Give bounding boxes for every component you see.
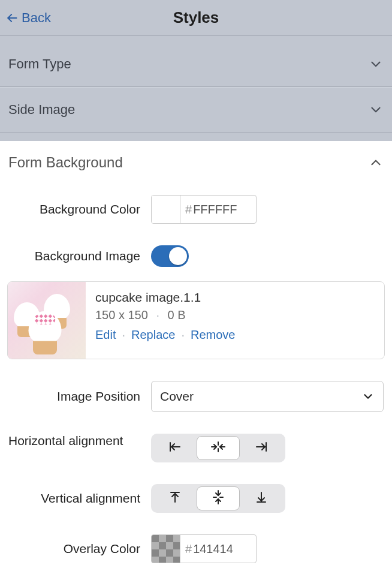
align-middle-button[interactable] [197, 486, 240, 510]
arrow-left-icon [6, 12, 18, 24]
row-horizontal-alignment: Horizontal alignment [0, 426, 392, 477]
panel-header: Back Styles [0, 0, 392, 36]
back-label: Back [22, 10, 51, 26]
section-label: Form Background [8, 154, 123, 171]
overlay-color-input[interactable]: #141414 [151, 534, 257, 563]
chevron-up-icon [368, 155, 384, 170]
back-button[interactable]: Back [6, 10, 51, 26]
row-image-position: Image Position Cover [0, 374, 392, 426]
label-overlay-color: Overlay Color [8, 542, 140, 556]
label-image-position: Image Position [8, 389, 140, 404]
replace-link[interactable]: Replace [131, 328, 175, 342]
align-left-button[interactable] [153, 436, 197, 460]
row-vertical-alignment: Vertical alignment [0, 477, 392, 527]
image-position-select[interactable]: Cover [151, 381, 384, 412]
section-form-background[interactable]: Form Background [0, 141, 392, 188]
row-background-color: Background Color #FFFFFF [0, 188, 392, 238]
align-top-icon [169, 490, 181, 507]
spacer [0, 36, 392, 42]
align-bottom-icon [255, 490, 267, 507]
chevron-down-icon [361, 390, 375, 403]
vertical-align-segmented [151, 484, 285, 513]
section-side-image[interactable]: Side Image [0, 87, 392, 133]
color-swatch[interactable] [152, 535, 180, 563]
align-bottom-button[interactable] [240, 486, 283, 510]
page-title: Styles [173, 8, 219, 27]
section-label: Form Type [8, 56, 71, 72]
align-right-icon [254, 441, 269, 455]
edit-link[interactable]: Edit [95, 328, 116, 342]
label-horizontal-alignment: Horizontal alignment [8, 434, 140, 448]
section-label: Side Image [8, 102, 75, 118]
align-top-button[interactable] [153, 486, 197, 510]
align-right-button[interactable] [240, 436, 283, 460]
background-image-toggle[interactable] [151, 245, 189, 267]
color-hex-text[interactable]: #FFFFFF [180, 196, 256, 223]
color-swatch[interactable] [152, 196, 180, 223]
label-background-color: Background Color [8, 202, 140, 217]
image-thumbnail[interactable] [8, 282, 86, 359]
file-meta: 150 x 150 · 0 B [95, 308, 375, 322]
align-left-icon [168, 441, 182, 455]
image-file-card: cupcake image.1.1 150 x 150 · 0 B Edit ·… [7, 281, 385, 359]
align-center-horizontal-icon [210, 441, 226, 455]
align-center-button[interactable] [197, 436, 240, 460]
label-vertical-alignment: Vertical alignment [8, 491, 140, 506]
file-actions: Edit · Replace · Remove [95, 328, 375, 342]
background-color-input[interactable]: #FFFFFF [151, 195, 257, 224]
align-center-vertical-icon [212, 489, 224, 507]
row-overlay-color: Overlay Color #141414 [0, 527, 392, 565]
remove-link[interactable]: Remove [191, 328, 235, 342]
label-background-image: Background Image [8, 249, 140, 263]
section-form-type[interactable]: Form Type [0, 42, 392, 87]
spacer [0, 133, 392, 141]
row-background-image: Background Image [0, 238, 392, 281]
chevron-down-icon [368, 56, 384, 72]
chevron-down-icon [368, 102, 384, 118]
file-name: cupcake image.1.1 [95, 290, 375, 305]
color-hex-text[interactable]: #141414 [180, 535, 256, 563]
horizontal-align-segmented [151, 434, 285, 462]
